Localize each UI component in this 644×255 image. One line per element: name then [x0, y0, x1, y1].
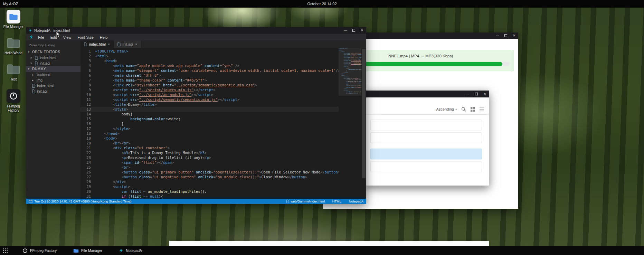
- code-area[interactable]: 1<!DOCTYPE html>2<html>3 <head>4 <meta n…: [80, 48, 339, 199]
- code-line[interactable]: 28 </div>: [80, 179, 339, 184]
- window-titlebar[interactable]: NotepadA - index.html — ✕: [26, 27, 366, 34]
- taskbar-item-notepada[interactable]: NotepadA: [117, 246, 144, 255]
- tree-file-index-html[interactable]: index.html: [26, 83, 80, 88]
- close-button[interactable]: ✕: [481, 91, 489, 97]
- system-menu[interactable]: My ArOZ: [0, 2, 18, 6]
- code-line[interactable]: 8 <link rel="stylesheet" href="../script…: [80, 83, 339, 87]
- close-icon[interactable]: ✕: [30, 62, 33, 65]
- language-mode[interactable]: HTML: [332, 199, 341, 203]
- status-bar: Tue Oct 20 2020 14:01:43 GMT+0800 (Hong …: [26, 199, 366, 204]
- desktop-icon-ffmpeg-factory[interactable]: FFmpeg Factory: [2, 89, 25, 113]
- menu-view[interactable]: View: [60, 34, 75, 40]
- tree-folder-backend[interactable]: ▸ backend: [26, 72, 80, 77]
- file-selector-window[interactable]: — ✕ Ascending ▾: [363, 91, 489, 186]
- code-line[interactable]: 3 <head>: [80, 58, 339, 63]
- desktop-icon-hello-world[interactable]: Hello World: [2, 36, 25, 55]
- code-line[interactable]: 27 <button class="ui negative button" on…: [80, 174, 339, 179]
- line-number: 21: [80, 145, 91, 150]
- code-line[interactable]: 12 <title>Dummy</title>: [80, 102, 339, 107]
- tab-init-agi[interactable]: init.agi ✕: [114, 40, 141, 48]
- code-line[interactable]: 17 </style>: [80, 126, 339, 131]
- code-line[interactable]: 19 <body>: [80, 136, 339, 141]
- maximize-button[interactable]: [502, 32, 510, 39]
- line-number: 13: [80, 107, 91, 112]
- code-line[interactable]: 4 <meta name="apple-mobile-web-app-capab…: [80, 63, 339, 68]
- taskbar-item-file-manager[interactable]: File Manager: [71, 246, 104, 255]
- code-line[interactable]: 29 <script>: [80, 184, 339, 189]
- desktop-icon-label: File Manager: [2, 25, 25, 29]
- app-launcher-icon[interactable]: [3, 248, 8, 253]
- minimize-button[interactable]: —: [493, 32, 502, 39]
- code-line[interactable]: 2<html>: [80, 54, 339, 58]
- close-icon[interactable]: ✕: [30, 56, 33, 59]
- code-line[interactable]: 18 </head>: [80, 131, 339, 136]
- code-line[interactable]: 5 <meta name="viewport" content="user-sc…: [80, 68, 339, 73]
- open-editor-init-agi[interactable]: ✕ init.agi: [26, 60, 80, 66]
- code-line[interactable]: 22 <h3>This is a Dummy Testing Module</h…: [80, 150, 339, 155]
- search-icon[interactable]: [461, 107, 466, 112]
- line-number: 29: [80, 184, 91, 189]
- line-number: 18: [80, 131, 91, 136]
- open-editor-index-html[interactable]: ✕ index.html: [26, 55, 80, 60]
- code-line[interactable]: 26 <button class="ui primary button" onc…: [80, 170, 339, 174]
- clock-status-text: Tue Oct 20 2020 14:01:43 GMT+0800 (Hong …: [34, 199, 131, 203]
- code-line[interactable]: 23 <p>Received drag-in filelist (if any)…: [80, 155, 339, 160]
- maximize-button[interactable]: [350, 27, 358, 34]
- desktop-icon-test[interactable]: Test: [2, 62, 25, 82]
- minimize-button[interactable]: —: [464, 91, 472, 97]
- code-line[interactable]: 24 <span id="flist"></span>: [80, 160, 339, 165]
- file-row[interactable]: [370, 161, 482, 172]
- section-open-editors[interactable]: ▾ OPEN EDITORS: [26, 49, 80, 55]
- code-line[interactable]: 14 body{: [80, 112, 339, 116]
- maximize-button[interactable]: [472, 91, 481, 97]
- minimize-button[interactable]: —: [341, 27, 350, 34]
- code-line[interactable]: 20 <br><br>: [80, 141, 339, 145]
- code-line[interactable]: 6 <meta charset="UTF-8">: [80, 73, 339, 78]
- tab-index-html[interactable]: index.html ✕: [80, 40, 114, 48]
- code-line[interactable]: 9 <script src="../script/jquery.min.js">…: [80, 87, 339, 92]
- tree-folder-img[interactable]: ▸ img: [26, 77, 80, 83]
- code-line[interactable]: 25 <br>: [80, 165, 339, 170]
- file-row-selected[interactable]: [370, 149, 482, 159]
- code-line[interactable]: 16 }: [80, 121, 339, 126]
- close-button[interactable]: ✕: [358, 27, 366, 34]
- section-project-dummy[interactable]: ▾ DUMMY: [26, 66, 80, 72]
- taskbar-item-ffmpeg-factory[interactable]: FFmpeg Factory: [20, 246, 59, 255]
- code-line[interactable]: 21 <div class="ui container">: [80, 145, 339, 150]
- minimap[interactable]: <!DOCTYPE html><html> <head> <meta name=…: [339, 48, 361, 199]
- menu-edit[interactable]: Edit: [47, 34, 60, 40]
- editor-scrollbar[interactable]: [361, 48, 366, 199]
- line-number: 25: [80, 165, 91, 170]
- line-number: 11: [80, 97, 91, 102]
- code-line[interactable]: 15 background-color:white;: [80, 116, 339, 121]
- code-line[interactable]: 11 <script src="../script/semantic/seman…: [80, 97, 339, 102]
- line-number: 10: [80, 92, 91, 97]
- grid-view-icon[interactable]: [471, 107, 475, 112]
- line-number: 3: [80, 58, 91, 63]
- code-line[interactable]: 13 <style>: [80, 107, 339, 112]
- code-line[interactable]: 30 var flist = ao_module_loadInputFiles(…: [80, 189, 339, 194]
- file-name: init.agi: [37, 89, 47, 93]
- desktop-icon-file-manager[interactable]: File Manager: [2, 10, 25, 29]
- file-row[interactable]: [370, 120, 482, 130]
- code-line[interactable]: 7 <meta name="theme-color" content="#4b7…: [80, 78, 339, 83]
- close-button[interactable]: ✕: [510, 32, 518, 39]
- close-icon[interactable]: ✕: [108, 43, 110, 46]
- scrollbar-thumb[interactable]: [362, 49, 366, 178]
- tree-file-init-agi[interactable]: init.agi: [26, 88, 80, 94]
- menu-help[interactable]: Help: [97, 34, 111, 40]
- menu-file[interactable]: File: [35, 34, 47, 40]
- menu-font-size[interactable]: Font Size: [74, 34, 96, 40]
- code-line[interactable]: 1<!DOCTYPE html>: [80, 49, 339, 54]
- close-icon[interactable]: ✕: [135, 43, 138, 46]
- window-titlebar[interactable]: — ✕: [363, 91, 489, 97]
- code-line[interactable]: 31 if (flist == null){: [80, 194, 339, 199]
- notepada-window[interactable]: NotepadA - index.html — ✕ File Edit View…: [26, 27, 366, 204]
- notepada-logo-icon: [119, 248, 123, 253]
- line-number: 26: [80, 170, 91, 174]
- list-view-icon[interactable]: [480, 107, 484, 111]
- code-line[interactable]: 10 <script src="../script/ao_module.js">…: [80, 92, 339, 97]
- minimap-viewport[interactable]: [339, 48, 361, 96]
- file-row[interactable]: [370, 132, 482, 143]
- sort-order-dropdown[interactable]: Ascending ▾: [436, 107, 457, 111]
